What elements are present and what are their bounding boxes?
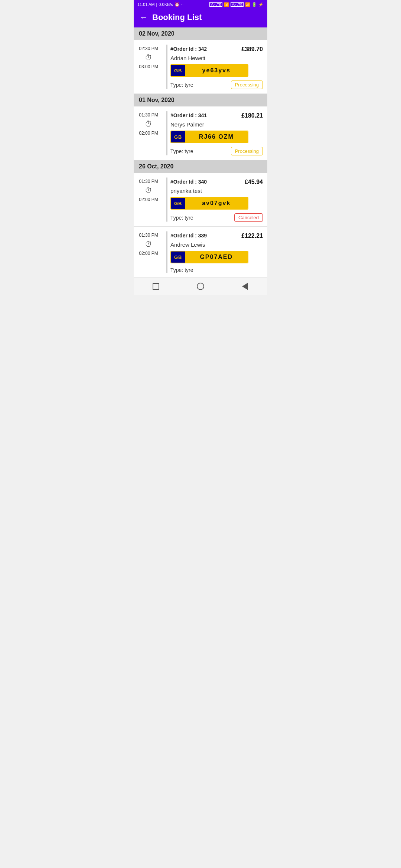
status-signal1: 📶 bbox=[224, 2, 229, 7]
time-start: 01:30 PM bbox=[139, 233, 158, 238]
clock-icon: ⏱ bbox=[145, 186, 152, 195]
stop-icon bbox=[153, 283, 159, 290]
time-start: 01:30 PM bbox=[139, 112, 158, 118]
order-id: #Order Id : 341 bbox=[170, 112, 207, 118]
status-battery: 🔋 bbox=[252, 2, 257, 7]
status-volte1: Vo LTE bbox=[209, 2, 222, 7]
status-bar: 11:01 AM | 0.0KB/s ⏰ ·· Vo LTE 📶 Vo LTE … bbox=[134, 0, 267, 9]
license-plate: GBye63yvs bbox=[170, 64, 248, 77]
license-plate: GBav07gvk bbox=[170, 197, 248, 210]
status-network: | bbox=[156, 2, 157, 7]
customer-name: Adrian Hewett bbox=[170, 55, 263, 61]
customer-name: Andrew Lewis bbox=[170, 241, 263, 248]
status-badge: Canceled bbox=[234, 213, 263, 222]
booking-list: 02 Nov, 202002:30 PM⏱03:00 PM#Order Id :… bbox=[134, 27, 267, 278]
type-row: Type: tyreProcessing bbox=[170, 80, 263, 89]
divider-line bbox=[166, 45, 167, 89]
order-row: #Order Id : 339£122.21 bbox=[170, 233, 263, 239]
status-badge: Processing bbox=[231, 80, 263, 89]
divider-line bbox=[166, 177, 167, 222]
card-content: #Order Id : 340£45.94priyanka testGBav07… bbox=[170, 177, 263, 222]
back-button[interactable]: ← bbox=[140, 13, 148, 22]
card-content: #Order Id : 339£122.21Andrew LewisGBGP07… bbox=[170, 231, 263, 273]
clock-icon: ⏱ bbox=[145, 120, 152, 128]
status-volte2: Vo LTE bbox=[231, 2, 244, 7]
status-dots: ·· bbox=[181, 2, 183, 7]
status-charging: ⚡ bbox=[258, 2, 264, 7]
time-end: 02:00 PM bbox=[139, 131, 158, 136]
time-col-2-0: 01:30 PM⏱02:00 PM bbox=[134, 177, 163, 222]
card-content: #Order Id : 341£180.21Nerys PalmerGBRJ66… bbox=[170, 111, 263, 155]
time-end: 03:00 PM bbox=[139, 64, 158, 69]
plate-number: ye63yvs bbox=[185, 65, 248, 76]
status-badge: Processing bbox=[231, 147, 263, 155]
type-label: Type: tyre bbox=[170, 267, 193, 273]
booking-card-2-0[interactable]: 01:30 PM⏱02:00 PM#Order Id : 340£45.94pr… bbox=[134, 173, 267, 227]
nav-back-button[interactable] bbox=[241, 282, 250, 291]
nav-home-button[interactable] bbox=[196, 282, 205, 291]
clock-icon: ⏱ bbox=[145, 240, 152, 249]
nav-stop-button[interactable] bbox=[151, 282, 160, 291]
booking-card-2-1[interactable]: 01:30 PM⏱02:00 PM#Order Id : 339£122.21A… bbox=[134, 227, 267, 278]
nav-bar bbox=[134, 278, 267, 295]
time-col-2-1: 01:30 PM⏱02:00 PM bbox=[134, 231, 163, 273]
order-price: £389.70 bbox=[241, 46, 263, 53]
customer-name: priyanka test bbox=[170, 188, 263, 194]
time-col-1-0: 01:30 PM⏱02:00 PM bbox=[134, 111, 163, 155]
order-id: #Order Id : 342 bbox=[170, 46, 207, 52]
plate-gb-label: GB bbox=[171, 131, 185, 142]
customer-name: Nerys Palmer bbox=[170, 121, 263, 128]
divider-line bbox=[166, 231, 167, 273]
plate-number: RJ66 OZM bbox=[185, 131, 248, 142]
time-end: 02:00 PM bbox=[139, 251, 158, 256]
type-row: Type: tyreProcessing bbox=[170, 147, 263, 155]
clock-icon: ⏱ bbox=[145, 53, 152, 62]
time-end: 02:00 PM bbox=[139, 197, 158, 202]
plate-number: av07gvk bbox=[185, 198, 248, 209]
order-price: £180.21 bbox=[241, 112, 263, 119]
type-row: Type: tyre bbox=[170, 267, 263, 273]
time-start: 02:30 PM bbox=[139, 46, 158, 51]
date-header-0: 02 Nov, 2020 bbox=[134, 27, 267, 40]
license-plate: GBRJ66 OZM bbox=[170, 131, 248, 143]
card-content: #Order Id : 342£389.70Adrian HewettGBye6… bbox=[170, 45, 263, 89]
type-label: Type: tyre bbox=[170, 148, 193, 154]
plate-gb-label: GB bbox=[171, 251, 185, 263]
order-row: #Order Id : 341£180.21 bbox=[170, 112, 263, 119]
order-price: £45.94 bbox=[245, 179, 263, 185]
date-header-1: 01 Nov, 2020 bbox=[134, 94, 267, 106]
order-id: #Order Id : 340 bbox=[170, 179, 207, 185]
license-plate: GBGP07AED bbox=[170, 251, 248, 263]
booking-card-0-0[interactable]: 02:30 PM⏱03:00 PM#Order Id : 342£389.70A… bbox=[134, 40, 267, 94]
status-time: 11:01 AM bbox=[137, 2, 154, 7]
status-signal2: 📶 bbox=[245, 2, 250, 7]
date-header-2: 26 Oct, 2020 bbox=[134, 160, 267, 173]
back-icon bbox=[242, 283, 248, 290]
status-clock-icon: ⏰ bbox=[175, 2, 180, 7]
status-right: Vo LTE 📶 Vo LTE 📶 🔋 ⚡ bbox=[209, 2, 264, 7]
order-price: £122.21 bbox=[241, 233, 263, 239]
type-row: Type: tyreCanceled bbox=[170, 213, 263, 222]
page-title: Booking List bbox=[152, 13, 202, 22]
plate-number: GP07AED bbox=[185, 251, 248, 263]
divider-line bbox=[166, 111, 167, 155]
order-row: #Order Id : 342£389.70 bbox=[170, 46, 263, 53]
status-speed: 0.0KB/s bbox=[159, 2, 173, 7]
app-header: ← Booking List bbox=[134, 9, 267, 27]
booking-card-1-0[interactable]: 01:30 PM⏱02:00 PM#Order Id : 341£180.21N… bbox=[134, 106, 267, 160]
home-icon bbox=[197, 283, 204, 290]
status-left: 11:01 AM | 0.0KB/s ⏰ ·· bbox=[137, 2, 183, 7]
order-id: #Order Id : 339 bbox=[170, 233, 207, 239]
time-col-0-0: 02:30 PM⏱03:00 PM bbox=[134, 45, 163, 89]
type-label: Type: tyre bbox=[170, 215, 193, 221]
type-label: Type: tyre bbox=[170, 82, 193, 88]
time-start: 01:30 PM bbox=[139, 179, 158, 184]
plate-gb-label: GB bbox=[171, 65, 185, 76]
order-row: #Order Id : 340£45.94 bbox=[170, 179, 263, 185]
plate-gb-label: GB bbox=[171, 198, 185, 209]
